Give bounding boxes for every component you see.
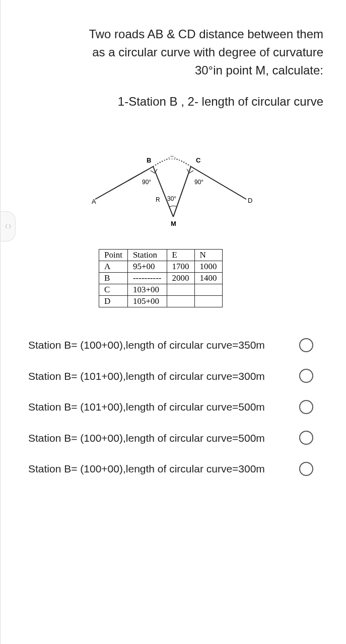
option-row: Station B= (100+00),length of circular c… — [23, 431, 323, 445]
label-angle-center: 30° — [167, 195, 176, 202]
svg-line-4 — [153, 167, 173, 217]
svg-line-2 — [153, 155, 173, 167]
option-text: Station B= (101+00),length of circular c… — [28, 399, 299, 414]
label-B: B — [147, 156, 151, 164]
options-list: Station B= (100+00),length of circular c… — [23, 338, 323, 476]
label-R: R — [156, 196, 160, 203]
radio-option-5[interactable] — [299, 462, 313, 476]
data-table: Point Station E N A 95+00 1700 1000 B --… — [99, 249, 223, 307]
option-row: Station B= (100+00),length of circular c… — [23, 338, 323, 352]
radio-option-1[interactable] — [299, 338, 313, 352]
table-header: Point — [99, 250, 128, 261]
option-text: Station B= (100+00),length of circular c… — [28, 431, 299, 445]
option-text: Station B= (100+00),length of circular c… — [28, 461, 299, 476]
radio-option-2[interactable] — [299, 369, 313, 383]
table-header: N — [194, 250, 222, 261]
radio-option-4[interactable] — [299, 431, 313, 445]
table-header: Station — [127, 250, 167, 261]
svg-line-3 — [171, 155, 191, 167]
option-text: Station B= (101+00),length of circular c… — [28, 369, 299, 383]
label-angle-right: 90° — [194, 179, 203, 186]
label-angle-left: 90° — [142, 179, 151, 186]
option-row: Station B= (101+00),length of circular c… — [23, 369, 323, 383]
label-D: D — [248, 197, 252, 204]
label-M: M — [171, 220, 176, 227]
question-sub-text: 1-Station B , 2- length of circular curv… — [23, 92, 323, 111]
side-collapse-tab[interactable] — [1, 211, 16, 242]
table-header: E — [167, 250, 194, 261]
table-row: B ---------- 2000 1400 — [99, 273, 223, 284]
chevron-icon — [5, 223, 12, 230]
option-text: Station B= (100+00),length of circular c… — [28, 338, 299, 352]
option-row: Station B= (101+00),length of circular c… — [23, 399, 323, 414]
table-row: C 103+00 — [99, 284, 223, 296]
label-C: C — [196, 156, 201, 164]
table-row: A 95+00 1700 1000 — [99, 261, 223, 273]
radio-option-3[interactable] — [299, 400, 313, 414]
table-header-row: Point Station E N — [99, 250, 223, 261]
question-main-text: Two roads AB & CD distance between them … — [23, 25, 323, 79]
label-A: A — [92, 198, 96, 205]
curve-diagram: A B C D R M 90° 90° 30° — [23, 141, 323, 234]
option-row: Station B= (100+00),length of circular c… — [23, 461, 323, 476]
svg-line-5 — [173, 167, 191, 217]
table-row: D 105+00 — [99, 296, 223, 307]
